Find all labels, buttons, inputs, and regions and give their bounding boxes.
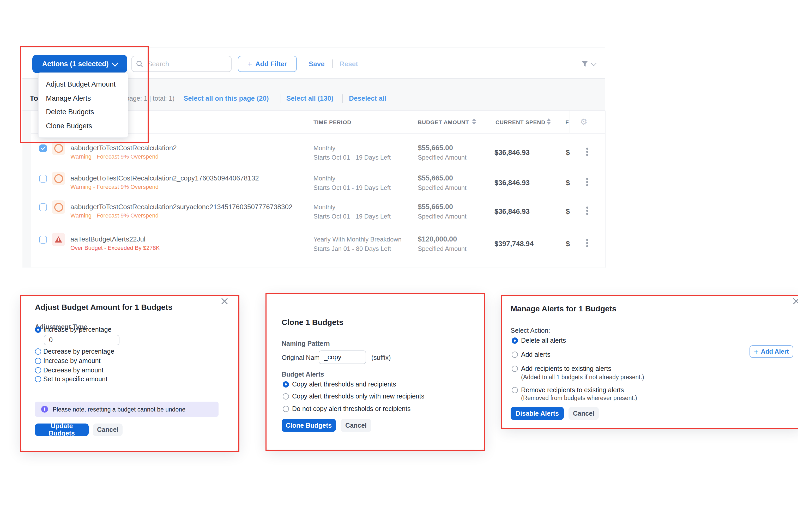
budget-amount: $55,665.00 xyxy=(418,144,453,152)
select-all-page-link[interactable]: Select all on this page (20) xyxy=(184,93,269,104)
column-header-budget-amount: BUDGET AMOUNT xyxy=(418,118,469,126)
menu-item-adjust-budget-amount[interactable]: Adjust Budget Amount xyxy=(39,77,128,91)
add-filter-button[interactable]: + Add Filter xyxy=(238,56,297,72)
close-icon[interactable] xyxy=(221,298,228,305)
modal-title: Adjust Budget Amount for 1 Budgets xyxy=(35,303,172,312)
budget-name[interactable]: aabudgetToTestCostRecalculation2_copy176… xyxy=(71,174,259,182)
suffix-input[interactable] xyxy=(319,350,366,364)
table-row[interactable]: aabudgetToTestCostRecalculation2suryaclo… xyxy=(31,193,605,222)
radio-increase-amount[interactable] xyxy=(35,358,41,364)
add-alert-button[interactable]: + Add Alert xyxy=(749,345,793,358)
table-row[interactable]: aabudgetToTestCostRecalculation2_copy176… xyxy=(31,164,605,193)
filter-menu-button[interactable] xyxy=(581,59,596,68)
forecast-clipped-value: $ xyxy=(566,149,570,156)
menu-item-clone-budgets[interactable]: Clone Budgets xyxy=(39,119,128,133)
column-settings-gear-icon[interactable]: ⚙ xyxy=(580,118,588,126)
radio-label[interactable]: Increase by percentage xyxy=(43,326,111,334)
search-box[interactable] xyxy=(131,56,232,72)
filter-funnel-icon xyxy=(581,59,589,68)
radio-label[interactable]: Decrease by amount xyxy=(43,367,103,375)
radio-remove-recipients[interactable] xyxy=(512,387,518,393)
radio-label[interactable]: Decrease by percentage xyxy=(43,348,114,356)
radio-label[interactable]: Add recipients to existing alerts xyxy=(521,365,611,373)
cancel-button[interactable]: Cancel xyxy=(341,419,372,432)
radio-label[interactable]: Copy alert thresholds only with new reci… xyxy=(292,393,424,401)
check-icon xyxy=(40,146,46,150)
actions-button[interactable]: Actions (1 selected) xyxy=(32,55,127,73)
radio-label[interactable]: Do not copy alert thresholds or recipien… xyxy=(292,405,411,413)
cancel-button[interactable]: Cancel xyxy=(93,423,122,436)
budgets-page: Actions (1 selected) + Add Filter Save R… xyxy=(0,0,798,532)
radio-no-copy[interactable] xyxy=(283,406,289,412)
radio-add-alerts[interactable] xyxy=(512,352,518,358)
budget-amount-type: Specified Amount xyxy=(418,154,467,161)
plus-icon: + xyxy=(754,347,758,356)
budget-amount-type: Specified Amount xyxy=(418,245,467,252)
radio-copy-thresholds-recipients[interactable] xyxy=(283,381,289,387)
current-spend: $397,748.94 xyxy=(494,240,534,248)
budget-name[interactable]: aabudgetToTestCostRecalculation2suryaclo… xyxy=(71,203,292,211)
row-checkbox[interactable] xyxy=(39,174,47,182)
radio-decrease-percentage[interactable] xyxy=(35,348,41,355)
budget-name[interactable]: aabudgetToTestCostRecalculation2 xyxy=(71,144,177,152)
naming-pattern-label: Naming Pattern xyxy=(282,340,330,348)
budget-name[interactable]: aaTestBudgetAlerts22Jul xyxy=(71,235,146,243)
radio-label[interactable]: Remove recipients to existing alerts xyxy=(521,386,624,394)
info-icon xyxy=(41,406,48,413)
menu-item-delete-budgets[interactable]: Delete Budgets xyxy=(39,105,128,119)
banner-text: Please note, resetting a budget cannot b… xyxy=(53,406,185,412)
radio-label[interactable]: Increase by amount xyxy=(43,357,101,365)
sort-icon[interactable] xyxy=(472,118,476,125)
clone-budgets-button[interactable]: Clone Budgets xyxy=(282,419,336,432)
percentage-input[interactable] xyxy=(44,335,119,345)
disable-alerts-button[interactable]: Disable Alerts xyxy=(511,407,564,420)
radio-delete-all-alerts[interactable] xyxy=(512,338,518,344)
sort-icon[interactable] xyxy=(547,118,551,125)
selection-divider xyxy=(281,94,281,103)
time-period-line1: Monthly xyxy=(314,175,335,182)
pagination-summary: page: 1 | total: 1) xyxy=(126,93,174,104)
row-checkbox[interactable] xyxy=(39,144,47,152)
row-checkbox[interactable] xyxy=(39,204,47,211)
budget-warning-status-icon xyxy=(52,200,65,214)
radio-increase-percentage[interactable] xyxy=(35,326,41,333)
radio-decrease-amount[interactable] xyxy=(35,367,41,374)
add-alert-label: Add Alert xyxy=(761,348,789,355)
save-filter-link[interactable]: Save xyxy=(309,59,325,69)
radio-label[interactable]: Set to specific amount xyxy=(43,376,108,383)
row-checkbox[interactable] xyxy=(39,235,47,243)
column-header-forecast-clipped: F xyxy=(565,118,569,126)
chevron-down-icon xyxy=(591,60,596,66)
cancel-button[interactable]: Cancel xyxy=(569,407,599,420)
actions-dropdown-menu: Adjust Budget Amount Manage Alerts Delet… xyxy=(38,73,128,138)
menu-item-manage-alerts[interactable]: Manage Alerts xyxy=(39,91,128,106)
search-input[interactable] xyxy=(147,59,227,68)
update-budgets-button[interactable]: Update Budgets xyxy=(35,423,89,436)
close-icon[interactable] xyxy=(793,298,798,305)
budget-amount: $120,000.00 xyxy=(418,235,457,243)
chevron-down-icon xyxy=(112,60,118,66)
time-period-line2: Starts Oct 01 - 19 Days Left xyxy=(314,184,391,191)
row-menu-kebab-icon[interactable] xyxy=(586,148,588,156)
table-row[interactable]: aaTestBudgetAlerts22Jul Over Budget - Ex… xyxy=(31,222,605,268)
table-right-edge xyxy=(605,111,606,268)
select-all-link[interactable]: Select all (130) xyxy=(286,93,334,104)
radio-label[interactable]: Delete all alerts xyxy=(521,337,566,345)
radio-sublabel: (Added to all 1 budgets if not already p… xyxy=(521,374,644,381)
radio-add-recipients[interactable] xyxy=(512,366,518,372)
reset-filter-link[interactable]: Reset xyxy=(340,59,358,69)
row-menu-kebab-icon[interactable] xyxy=(586,178,588,186)
time-period-line1: Yearly With Monthly Breakdown xyxy=(314,236,402,243)
radio-label[interactable]: Add alerts xyxy=(521,351,551,359)
column-header-current-spend: CURRENT SPEND xyxy=(495,118,545,126)
row-menu-kebab-icon[interactable] xyxy=(586,239,588,247)
radio-label[interactable]: Copy alert thresholds and recipients xyxy=(292,381,396,388)
row-menu-kebab-icon[interactable] xyxy=(586,207,588,215)
table-row[interactable]: aabudgetToTestCostRecalculation2 Warning… xyxy=(31,134,605,164)
time-period-line1: Monthly xyxy=(314,145,335,152)
budget-warning-status-icon xyxy=(52,172,65,185)
deselect-all-link[interactable]: Deselect all xyxy=(349,93,386,104)
current-spend: $36,846.93 xyxy=(494,179,530,187)
radio-copy-thresholds-new-recipients[interactable] xyxy=(283,393,289,400)
radio-set-specific-amount[interactable] xyxy=(35,376,41,382)
